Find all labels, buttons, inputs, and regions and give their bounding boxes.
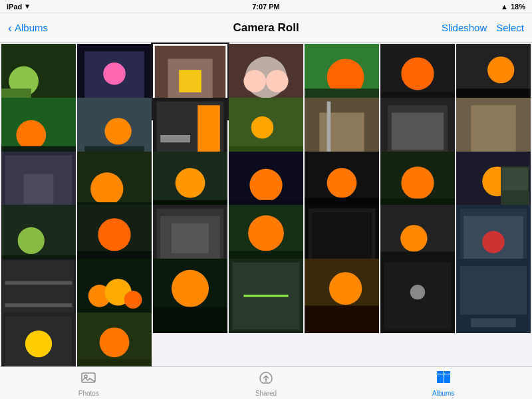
svg-point-142 (410, 285, 425, 300)
photo-thumb[interactable] (153, 259, 227, 333)
status-bar: iPad ▾ 7:07 PM ▲ 18% (0, 0, 532, 13)
photo-thumb[interactable] (77, 313, 152, 366)
svg-point-137 (329, 272, 362, 305)
back-chevron-icon: ‹ (8, 22, 12, 34)
svg-point-36 (104, 118, 131, 144)
svg-point-102 (248, 215, 284, 251)
slideshow-button[interactable]: Slideshow (442, 22, 487, 33)
status-left: iPad ▾ (7, 2, 29, 11)
svg-rect-145 (460, 267, 527, 315)
svg-rect-61 (24, 174, 54, 203)
svg-rect-42 (160, 135, 190, 142)
svg-rect-160 (437, 371, 444, 374)
shared-tab-icon (258, 370, 274, 388)
svg-rect-11 (179, 70, 201, 92)
svg-rect-86 (502, 168, 527, 190)
svg-rect-121 (5, 304, 72, 308)
svg-point-129 (172, 270, 209, 307)
photo-thumb[interactable] (456, 259, 531, 333)
nav-bar: ‹ Albums Camera Roll Slideshow Select (0, 13, 532, 43)
photo-thumb[interactable] (1, 313, 76, 366)
albums-tab-label: Albums (432, 390, 454, 397)
svg-point-7 (103, 63, 126, 85)
back-label: Albums (15, 22, 48, 33)
svg-point-110 (400, 225, 427, 252)
svg-point-89 (18, 227, 45, 254)
nav-actions: Slideshow Select (442, 22, 524, 33)
battery-label: 18% (511, 3, 525, 11)
svg-point-80 (401, 166, 434, 199)
svg-point-45 (251, 116, 274, 139)
photo-thumb[interactable] (229, 259, 303, 333)
svg-point-16 (243, 70, 266, 92)
svg-point-28 (487, 57, 514, 83)
svg-rect-49 (319, 112, 364, 157)
nav-title: Camera Roll (233, 21, 299, 35)
svg-rect-138 (305, 306, 379, 333)
svg-rect-154 (77, 360, 152, 366)
back-button[interactable]: ‹ Albums (8, 22, 48, 34)
svg-point-76 (327, 168, 357, 198)
photo-thumb[interactable] (380, 259, 455, 333)
shared-tab-label: Shared (255, 390, 277, 397)
svg-rect-120 (5, 281, 72, 285)
carrier-label: iPad (7, 3, 22, 11)
tab-bar: Photos Shared Albums (0, 366, 532, 399)
tab-photos[interactable]: Photos (0, 370, 178, 397)
status-right: ▲ 18% (501, 3, 525, 11)
signal-icon: ▲ (501, 3, 508, 11)
svg-point-24 (401, 57, 434, 90)
svg-rect-159 (444, 374, 450, 383)
svg-point-64 (90, 172, 123, 205)
wifi-icon: ▾ (25, 2, 29, 11)
svg-point-150 (25, 331, 52, 357)
svg-rect-146 (471, 319, 515, 327)
svg-point-17 (266, 70, 289, 92)
svg-rect-99 (172, 223, 209, 253)
status-time: 7:07 PM (252, 3, 280, 11)
photo-thumb[interactable] (305, 259, 379, 333)
photos-tab-label: Photos (78, 390, 99, 397)
photos-tab-icon (80, 370, 96, 388)
tab-albums[interactable]: Albums (354, 370, 532, 397)
svg-rect-54 (392, 112, 444, 150)
svg-rect-161 (444, 371, 450, 374)
svg-point-153 (100, 328, 130, 358)
svg-rect-158 (437, 374, 444, 383)
svg-rect-130 (153, 307, 227, 333)
photo-grid (0, 43, 532, 366)
svg-point-126 (124, 291, 142, 309)
svg-point-116 (482, 231, 505, 254)
tab-shared[interactable]: Shared (178, 370, 355, 397)
svg-point-93 (98, 219, 130, 251)
svg-point-68 (176, 168, 205, 198)
select-button[interactable]: Select (496, 22, 524, 33)
svg-point-32 (16, 120, 46, 150)
svg-point-72 (249, 168, 282, 201)
albums-tab-icon (436, 370, 452, 388)
